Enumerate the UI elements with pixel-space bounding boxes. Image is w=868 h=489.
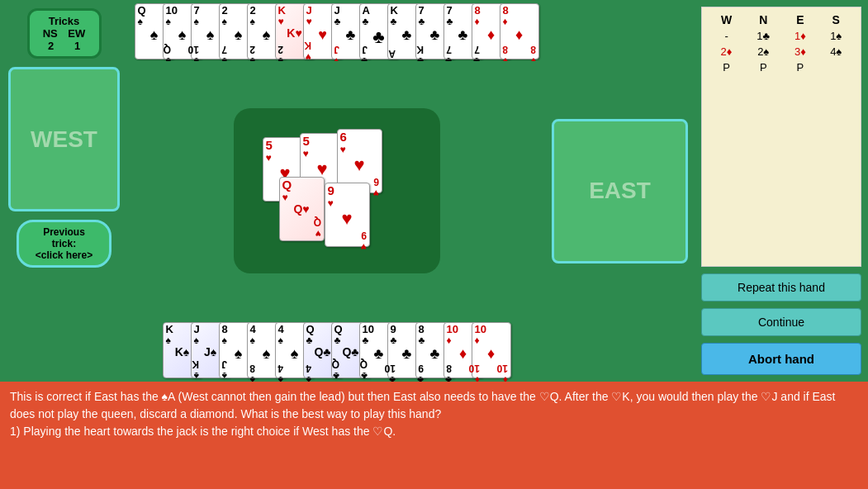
bid-w2: 2♦ xyxy=(709,44,744,59)
ns-score: 2 xyxy=(48,40,54,52)
tricks-box: Tricks NS EW 2 1 xyxy=(27,8,102,59)
ew-label: EW xyxy=(68,27,85,40)
bid-row-1: - 1♣ 1♦ 1♠ xyxy=(709,28,854,44)
east-box: EAST xyxy=(552,119,688,263)
east-label: EAST xyxy=(589,178,651,204)
bid-e1: 1♦ xyxy=(782,28,818,44)
south-cards-area: K♠ K♠ ♠K J♠ J♠ ♠J 8♠ ♠ ♠8 xyxy=(128,320,545,382)
bottom-text-area: This is correct if East has the ♠A (West… xyxy=(0,382,868,489)
bid-e2: 3♦ xyxy=(782,44,818,59)
ns-label: NS xyxy=(43,27,58,40)
east-column: EAST xyxy=(545,0,695,382)
play-area: 5♥ ♥ ♥5 5♥ ♥ ♥5 xyxy=(128,61,545,320)
table-card-qh: Q♥ Q♥ ♥Q xyxy=(279,177,325,241)
prev-trick-line1: Previous xyxy=(26,226,102,238)
bid-e3: P xyxy=(782,59,818,75)
west-label: WEST xyxy=(31,126,97,153)
east-sidebar: EAST W N E S xyxy=(545,0,868,382)
bid-s3 xyxy=(818,59,854,75)
bid-header-e: E xyxy=(782,12,818,28)
repeat-hand-button[interactable]: Repeat this hand xyxy=(701,273,861,301)
prev-trick-line3: <click here> xyxy=(26,249,102,261)
left-panel: Tricks NS EW 2 1 WEST Previous trick: <c… xyxy=(0,0,128,382)
ew-score: 1 xyxy=(74,40,80,52)
bottom-text-content: This is correct if East has the ♠A (West… xyxy=(10,390,836,438)
sidebar: W N E S - 1♣ 1♦ xyxy=(695,0,868,382)
main-area: Tricks NS EW 2 1 WEST Previous trick: <c… xyxy=(0,0,868,489)
bid-row-3: P P P xyxy=(709,59,854,75)
bid-s1: 1♠ xyxy=(818,28,854,44)
table-card-9h: 9♥ ♥ ♥9 xyxy=(325,183,370,247)
north-card-8b-diamond: 8♦ ♦ ♦8 xyxy=(500,3,539,59)
bidding-box: W N E S - 1♣ 1♦ xyxy=(701,7,861,267)
table-cards-container: 5♥ ♥ ♥5 5♥ ♥ ♥5 xyxy=(263,129,411,253)
bidding-table: W N E S - 1♣ 1♦ xyxy=(709,12,854,75)
prev-trick-line2: trick: xyxy=(26,238,102,249)
continue-button[interactable]: Continue xyxy=(701,308,861,336)
game-area: Tricks NS EW 2 1 WEST Previous trick: <c… xyxy=(0,0,868,382)
tricks-title: Tricks xyxy=(38,15,91,27)
center-column: Q♠ ♠ ♠Q 10♠ ♠ ♠10 7♠ ♠ ♠7 xyxy=(128,0,545,382)
bid-n2: 2♠ xyxy=(744,44,782,59)
abort-hand-button[interactable]: Abort hand xyxy=(701,343,861,375)
north-cards-area: Q♠ ♠ ♠Q 10♠ ♠ ♠10 7♠ ♠ ♠7 xyxy=(128,0,545,61)
center-right-area: Q♠ ♠ ♠Q 10♠ ♠ ♠10 7♠ ♠ ♠7 xyxy=(128,0,868,382)
prev-trick-button[interactable]: Previous trick: <click here> xyxy=(17,220,111,268)
bid-s2: 4♠ xyxy=(818,44,854,59)
bid-w3: P xyxy=(709,59,744,75)
bid-header-s: S xyxy=(818,12,854,28)
south-card-10b-diamond: 10♦ ♦ ♦10 xyxy=(472,322,511,378)
table-felt: 5♥ ♥ ♥5 5♥ ♥ ♥5 xyxy=(234,108,440,273)
bid-row-2: 2♦ 2♠ 3♦ 4♠ xyxy=(709,44,854,59)
bid-n3: P xyxy=(744,59,782,75)
bid-n1: 1♣ xyxy=(744,28,782,44)
bid-header-n: N xyxy=(744,12,782,28)
west-box: WEST xyxy=(8,67,120,211)
bid-header-w: W xyxy=(709,12,744,28)
bid-w1: - xyxy=(709,28,744,44)
